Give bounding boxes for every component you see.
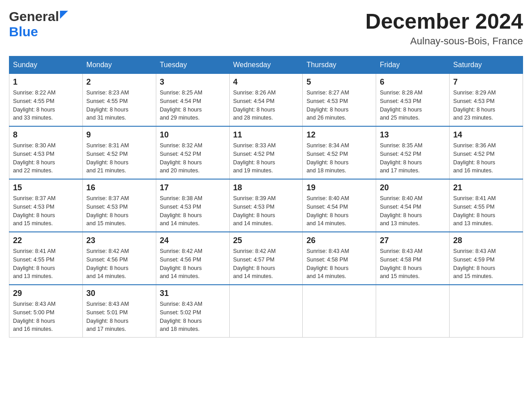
- calendar-day-cell: 18 Sunrise: 8:39 AM Sunset: 4:53 PM Dayl…: [229, 179, 303, 232]
- calendar-week-row: 1 Sunrise: 8:22 AM Sunset: 4:55 PM Dayli…: [9, 74, 523, 127]
- calendar-day-cell: 7 Sunrise: 8:29 AM Sunset: 4:53 PM Dayli…: [450, 74, 523, 127]
- day-number: 31: [160, 289, 226, 298]
- day-number: 4: [233, 77, 299, 87]
- day-info: Sunrise: 8:43 AM Sunset: 5:02 PM Dayligh…: [160, 300, 226, 334]
- day-info: Sunrise: 8:40 AM Sunset: 4:54 PM Dayligh…: [306, 194, 372, 228]
- calendar-day-cell: 10 Sunrise: 8:32 AM Sunset: 4:52 PM Dayl…: [156, 126, 229, 179]
- day-info: Sunrise: 8:23 AM Sunset: 4:55 PM Dayligh…: [86, 89, 152, 122]
- day-number: 3: [160, 77, 226, 87]
- logo-triangle-icon: [60, 11, 68, 19]
- day-info: Sunrise: 8:38 AM Sunset: 4:53 PM Dayligh…: [160, 194, 226, 228]
- day-number: 29: [13, 289, 79, 298]
- calendar-day-cell: 12 Sunrise: 8:34 AM Sunset: 4:52 PM Dayl…: [303, 126, 376, 179]
- calendar-day-cell: 31 Sunrise: 8:43 AM Sunset: 5:02 PM Dayl…: [156, 285, 229, 338]
- day-number: 20: [380, 183, 446, 193]
- day-info: Sunrise: 8:22 AM Sunset: 4:55 PM Dayligh…: [13, 89, 79, 122]
- day-number: 12: [306, 130, 372, 140]
- day-info: Sunrise: 8:35 AM Sunset: 4:52 PM Dayligh…: [380, 141, 446, 175]
- day-info: Sunrise: 8:43 AM Sunset: 4:58 PM Dayligh…: [380, 247, 446, 281]
- header-saturday: Saturday: [450, 56, 523, 74]
- day-info: Sunrise: 8:42 AM Sunset: 4:56 PM Dayligh…: [86, 247, 152, 281]
- calendar-day-cell: 14 Sunrise: 8:36 AM Sunset: 4:52 PM Dayl…: [450, 126, 523, 179]
- calendar-day-cell: 6 Sunrise: 8:28 AM Sunset: 4:53 PM Dayli…: [376, 74, 450, 127]
- calendar-week-row: 15 Sunrise: 8:37 AM Sunset: 4:53 PM Dayl…: [9, 179, 523, 232]
- day-info: Sunrise: 8:41 AM Sunset: 4:55 PM Dayligh…: [13, 247, 79, 281]
- day-number: 27: [380, 236, 446, 245]
- day-info: Sunrise: 8:37 AM Sunset: 4:53 PM Dayligh…: [86, 194, 152, 228]
- calendar-day-cell: 9 Sunrise: 8:31 AM Sunset: 4:52 PM Dayli…: [82, 126, 156, 179]
- header-monday: Monday: [82, 56, 156, 74]
- calendar-title: December 2024: [365, 9, 523, 34]
- calendar-day-cell: [229, 285, 303, 338]
- day-number: 22: [13, 236, 79, 245]
- calendar-day-cell: 19 Sunrise: 8:40 AM Sunset: 4:54 PM Dayl…: [303, 179, 376, 232]
- logo-blue-text: Blue: [9, 24, 38, 39]
- calendar-day-cell: 15 Sunrise: 8:37 AM Sunset: 4:53 PM Dayl…: [9, 179, 83, 232]
- calendar-day-cell: [303, 285, 376, 338]
- calendar-day-cell: 13 Sunrise: 8:35 AM Sunset: 4:52 PM Dayl…: [376, 126, 450, 179]
- header-tuesday: Tuesday: [156, 56, 229, 74]
- calendar-day-cell: 28 Sunrise: 8:43 AM Sunset: 4:59 PM Dayl…: [450, 232, 523, 285]
- calendar-day-cell: 11 Sunrise: 8:33 AM Sunset: 4:52 PM Dayl…: [229, 126, 303, 179]
- day-info: Sunrise: 8:31 AM Sunset: 4:52 PM Dayligh…: [86, 141, 152, 175]
- calendar-week-row: 22 Sunrise: 8:41 AM Sunset: 4:55 PM Dayl…: [9, 232, 523, 285]
- calendar-day-cell: 29 Sunrise: 8:43 AM Sunset: 5:00 PM Dayl…: [9, 285, 83, 338]
- logo: General Blue: [9, 9, 68, 39]
- day-info: Sunrise: 8:41 AM Sunset: 4:55 PM Dayligh…: [453, 194, 519, 228]
- day-info: Sunrise: 8:43 AM Sunset: 4:58 PM Dayligh…: [306, 247, 372, 281]
- calendar-day-cell: 1 Sunrise: 8:22 AM Sunset: 4:55 PM Dayli…: [9, 74, 83, 127]
- calendar-week-row: 29 Sunrise: 8:43 AM Sunset: 5:00 PM Dayl…: [9, 285, 523, 338]
- calendar-day-cell: [450, 285, 523, 338]
- title-area: December 2024 Aulnay-sous-Bois, France: [365, 9, 523, 47]
- day-info: Sunrise: 8:39 AM Sunset: 4:53 PM Dayligh…: [233, 194, 299, 228]
- calendar-header-row: Sunday Monday Tuesday Wednesday Thursday…: [9, 56, 523, 74]
- day-number: 17: [160, 183, 226, 193]
- day-info: Sunrise: 8:30 AM Sunset: 4:53 PM Dayligh…: [13, 141, 79, 175]
- calendar-day-cell: 21 Sunrise: 8:41 AM Sunset: 4:55 PM Dayl…: [450, 179, 523, 232]
- day-number: 13: [380, 130, 446, 140]
- header: General Blue December 2024 Aulnay-sous-B…: [9, 9, 523, 47]
- day-number: 8: [13, 130, 79, 140]
- day-number: 7: [453, 77, 519, 87]
- day-info: Sunrise: 8:43 AM Sunset: 5:00 PM Dayligh…: [13, 300, 79, 334]
- day-number: 6: [380, 77, 446, 87]
- day-info: Sunrise: 8:32 AM Sunset: 4:52 PM Dayligh…: [160, 141, 226, 175]
- day-number: 15: [13, 183, 79, 193]
- day-info: Sunrise: 8:25 AM Sunset: 4:54 PM Dayligh…: [160, 89, 226, 122]
- day-info: Sunrise: 8:27 AM Sunset: 4:53 PM Dayligh…: [306, 89, 372, 122]
- day-number: 2: [86, 77, 152, 87]
- logo-general-text: General: [9, 9, 59, 24]
- header-friday: Friday: [376, 56, 450, 74]
- day-info: Sunrise: 8:40 AM Sunset: 4:54 PM Dayligh…: [380, 194, 446, 228]
- calendar-day-cell: 4 Sunrise: 8:26 AM Sunset: 4:54 PM Dayli…: [229, 74, 303, 127]
- day-number: 24: [160, 236, 226, 245]
- calendar-day-cell: 24 Sunrise: 8:42 AM Sunset: 4:56 PM Dayl…: [156, 232, 229, 285]
- day-info: Sunrise: 8:33 AM Sunset: 4:52 PM Dayligh…: [233, 141, 299, 175]
- day-number: 11: [233, 130, 299, 140]
- calendar-day-cell: 17 Sunrise: 8:38 AM Sunset: 4:53 PM Dayl…: [156, 179, 229, 232]
- day-info: Sunrise: 8:37 AM Sunset: 4:53 PM Dayligh…: [13, 194, 79, 228]
- day-number: 19: [306, 183, 372, 193]
- day-number: 25: [233, 236, 299, 245]
- calendar-day-cell: 30 Sunrise: 8:43 AM Sunset: 5:01 PM Dayl…: [82, 285, 156, 338]
- day-info: Sunrise: 8:42 AM Sunset: 4:57 PM Dayligh…: [233, 247, 299, 281]
- calendar-day-cell: [376, 285, 450, 338]
- calendar-week-row: 8 Sunrise: 8:30 AM Sunset: 4:53 PM Dayli…: [9, 126, 523, 179]
- day-number: 9: [86, 130, 152, 140]
- day-number: 18: [233, 183, 299, 193]
- calendar-day-cell: 16 Sunrise: 8:37 AM Sunset: 4:53 PM Dayl…: [82, 179, 156, 232]
- calendar-day-cell: 5 Sunrise: 8:27 AM Sunset: 4:53 PM Dayli…: [303, 74, 376, 127]
- calendar-day-cell: 2 Sunrise: 8:23 AM Sunset: 4:55 PM Dayli…: [82, 74, 156, 127]
- calendar-subtitle: Aulnay-sous-Bois, France: [365, 35, 523, 47]
- day-number: 10: [160, 130, 226, 140]
- day-info: Sunrise: 8:36 AM Sunset: 4:52 PM Dayligh…: [453, 141, 519, 175]
- calendar-day-cell: 26 Sunrise: 8:43 AM Sunset: 4:58 PM Dayl…: [303, 232, 376, 285]
- day-number: 1: [13, 77, 79, 87]
- day-number: 30: [86, 289, 152, 298]
- header-thursday: Thursday: [303, 56, 376, 74]
- day-info: Sunrise: 8:34 AM Sunset: 4:52 PM Dayligh…: [306, 141, 372, 175]
- calendar-day-cell: 8 Sunrise: 8:30 AM Sunset: 4:53 PM Dayli…: [9, 126, 83, 179]
- calendar-day-cell: 27 Sunrise: 8:43 AM Sunset: 4:58 PM Dayl…: [376, 232, 450, 285]
- calendar-day-cell: 22 Sunrise: 8:41 AM Sunset: 4:55 PM Dayl…: [9, 232, 83, 285]
- calendar-day-cell: 23 Sunrise: 8:42 AM Sunset: 4:56 PM Dayl…: [82, 232, 156, 285]
